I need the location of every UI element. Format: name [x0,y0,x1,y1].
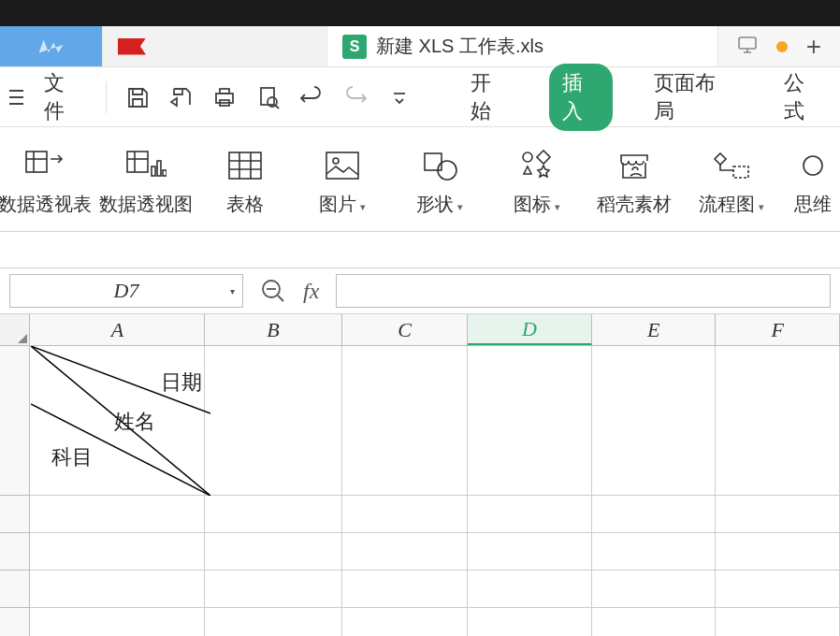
header-label-date: 日期 [161,369,202,397]
ribbon-insert: 数据透视表 数据透视图 表格 图片▾ 形状▾ 图标▾ 稻壳素材 流程图▾ 思维 [0,127,840,232]
svg-rect-30 [733,166,748,178]
picture-label: 图片▾ [319,192,366,217]
cell[interactable] [342,608,469,636]
cell[interactable] [716,571,840,608]
svg-rect-16 [152,166,155,176]
svg-rect-3 [216,94,233,103]
cell[interactable] [592,571,717,608]
cell[interactable] [716,533,840,571]
cell[interactable] [716,346,840,496]
tab-start[interactable]: 开始 [457,64,521,131]
undo-icon[interactable] [298,83,326,111]
menu-icon[interactable] [6,90,27,105]
zoom-fit-icon[interactable] [260,278,286,304]
tab-document[interactable]: S 新建 XLS 工作表.xls [327,26,718,66]
tab-other[interactable] [103,26,327,66]
cell[interactable] [342,571,469,608]
column-header-E[interactable]: E [592,314,717,345]
tab-insert[interactable]: 插入 [549,64,613,131]
row-header[interactable] [0,533,30,571]
chevron-down-icon[interactable]: ▾ [230,286,235,296]
redo-icon[interactable] [342,83,369,111]
grid-row [0,496,840,533]
cell[interactable] [592,346,717,496]
file-menu[interactable]: 文件 [44,69,83,125]
cell[interactable] [205,571,341,608]
svg-rect-0 [739,37,756,49]
flowchart-button[interactable]: 流程图▾ [692,149,771,217]
save-as-icon[interactable] [167,83,195,111]
cell[interactable] [716,608,840,636]
cell[interactable] [30,608,205,636]
icons-icon [516,149,558,182]
formula-input[interactable] [336,274,831,308]
header-label-subject: 科目 [51,443,93,471]
pivot-table-button[interactable]: 数据透视表 [4,149,86,217]
row-header[interactable] [0,571,30,608]
svg-point-28 [523,152,532,162]
cell-reference: D7 [114,279,139,303]
row-header[interactable] [0,496,30,533]
cell[interactable] [592,496,717,533]
column-header-F[interactable]: F [716,314,840,345]
cell[interactable] [468,496,592,533]
separator [106,81,107,113]
cell[interactable] [342,533,469,571]
column-header-B[interactable]: B [205,314,341,345]
tab-home[interactable] [0,26,103,66]
tab-page-layout[interactable]: 页面布局 [641,64,742,131]
cell[interactable] [342,496,469,533]
mindmap-button[interactable]: 思维 [789,149,836,217]
icons-button[interactable]: 图标▾ [498,149,576,217]
cell[interactable] [468,571,592,608]
print-preview-icon[interactable] [254,83,282,111]
column-header-C[interactable]: C [342,314,469,345]
cell[interactable] [205,608,341,636]
cell[interactable] [342,346,469,496]
print-icon[interactable] [211,83,239,111]
ribbon-tabs: 开始 插入 页面布局 公式 [457,64,834,131]
cell[interactable] [205,346,341,496]
save-icon[interactable] [123,83,151,111]
docer-button[interactable]: 稻壳素材 [595,149,673,217]
cell[interactable] [716,496,840,533]
picture-button[interactable]: 图片▾ [303,149,382,217]
svg-rect-24 [326,152,358,179]
table-icon [224,149,266,182]
pivot-table-label: 数据透视表 [0,192,92,217]
toolbar-overflow-icon[interactable] [385,83,413,111]
flag-icon [118,38,146,55]
pivot-chart-icon [125,149,167,182]
cell[interactable] [468,533,592,571]
cell[interactable] [592,533,717,571]
column-header-D[interactable]: D [468,314,592,345]
tab-formula[interactable]: 公式 [771,64,834,131]
docer-label: 稻壳素材 [597,192,672,217]
select-all-corner[interactable] [0,314,30,345]
row-header[interactable] [0,608,30,636]
presentation-mode-icon[interactable] [737,36,758,58]
cell[interactable] [468,346,592,496]
mindmap-label: 思维 [794,192,832,217]
cell[interactable] [30,496,205,533]
svg-rect-26 [425,153,442,170]
svg-rect-18 [163,170,167,176]
fx-ic[interactable]: fx [303,279,319,304]
cell[interactable] [30,533,205,571]
table-label: 表格 [226,192,264,217]
shapes-button[interactable]: 形状▾ [400,149,479,217]
column-header-A[interactable]: A [30,314,205,345]
new-tab-button[interactable]: + [806,32,821,62]
shapes-icon [419,149,460,182]
cell[interactable] [468,608,592,636]
table-button[interactable]: 表格 [206,149,284,217]
pivot-chart-button[interactable]: 数据透视图 [105,149,187,217]
svg-rect-19 [229,152,261,179]
name-box[interactable]: D7 ▾ [9,274,243,308]
cell[interactable] [205,533,341,571]
cell[interactable] [592,608,717,636]
cell[interactable] [30,571,205,608]
pivot-table-icon [24,149,65,182]
cell[interactable] [205,496,341,533]
row-header[interactable] [0,346,30,496]
